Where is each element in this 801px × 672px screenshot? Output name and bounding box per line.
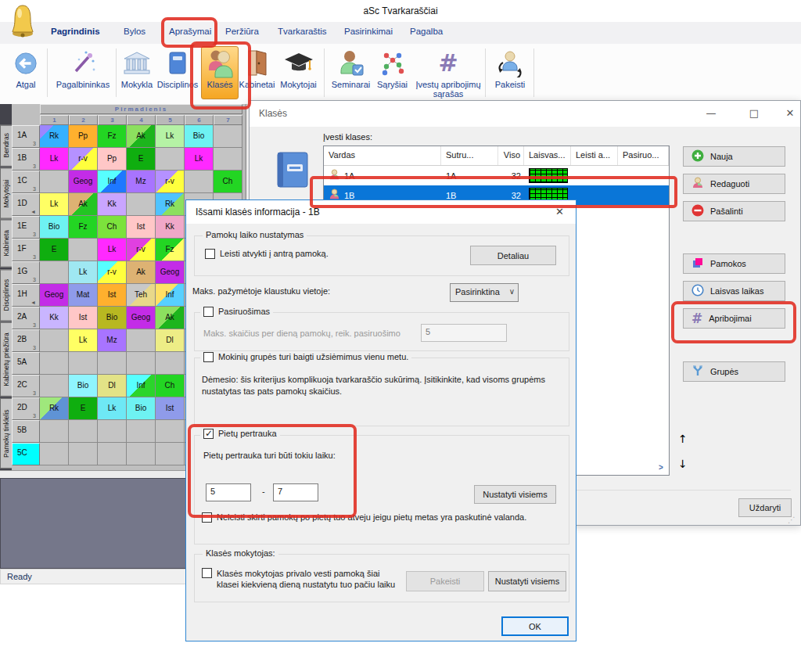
class-list-row-1a[interactable]: 1A1A32 <box>324 166 669 185</box>
toolbar-button-mokykla[interactable]: Mokykla <box>119 47 155 100</box>
empty-cell[interactable] <box>185 171 214 193</box>
lesson-cell[interactable]: Rk <box>40 397 69 420</box>
lesson-cell[interactable]: Inf <box>98 171 127 193</box>
toolbar-button-kabinetai[interactable]: Kabinetai <box>238 47 276 100</box>
class-row-header[interactable]: 5C <box>12 443 40 465</box>
toolbar-button-disciplinos[interactable]: Disciplinos <box>155 47 200 100</box>
lesson-cell[interactable]: Geog <box>156 261 185 284</box>
toolbar-button-s-ry-iai[interactable]: Sąryšiai <box>373 47 411 100</box>
lesson-cell[interactable]: Geog <box>40 284 69 307</box>
lesson-cell[interactable]: Dl <box>156 329 185 352</box>
lesson-cell[interactable]: E <box>40 239 69 261</box>
lesson-cell[interactable]: Geog <box>127 307 156 329</box>
empty-cell[interactable] <box>69 420 98 443</box>
class-row-header[interactable]: 2C3 <box>12 375 40 397</box>
allow-second-lesson-checkbox[interactable] <box>205 249 215 259</box>
resize-grip[interactable]: ⋰ <box>788 516 796 524</box>
sidebar-tab-kabineta[interactable]: Kabineta <box>0 220 12 268</box>
lesson-cell[interactable]: Ist <box>127 216 156 239</box>
lunch-break-checkbox[interactable] <box>203 429 214 439</box>
class-row-header[interactable]: 1F3 <box>12 239 40 261</box>
sidebar-tab-mokytojai[interactable]: Mokytojai <box>0 168 12 219</box>
toolbar-button-atgal[interactable]: Atgal <box>6 47 45 100</box>
empty-cell[interactable] <box>98 443 127 465</box>
lesson-cell[interactable]: Inf <box>127 375 156 397</box>
redaguoti-button[interactable]: Redaguoti <box>683 174 785 194</box>
toolbar-button-vest-apribojim-s-ra-as[interactable]: #Įvestų apribojimų sąrašas <box>411 47 485 100</box>
menu-item-pasirinkimai[interactable]: Pasirinkimai <box>344 27 393 36</box>
lesson-cell[interactable]: Rk <box>40 125 69 148</box>
menu-item-pagrindinis[interactable]: Pagrindinis <box>51 27 100 36</box>
lesson-cell[interactable]: r-v <box>156 171 185 193</box>
empty-cell[interactable] <box>69 239 98 261</box>
lesson-cell[interactable]: Ist <box>69 307 98 329</box>
empty-cell[interactable] <box>156 443 185 465</box>
lesson-cell[interactable]: Mz <box>98 329 127 352</box>
empty-cell[interactable] <box>214 148 242 171</box>
empty-cell[interactable] <box>156 352 185 375</box>
teacher-set-all-button[interactable]: Nustatyti visiems <box>488 571 566 591</box>
lesson-cell[interactable]: Bio <box>40 216 69 239</box>
lesson-cell[interactable]: Inf <box>156 284 185 307</box>
lesson-cell[interactable]: Rk <box>156 193 185 216</box>
pa-alinti-button[interactable]: Pašalinti <box>683 201 785 221</box>
class-row-header[interactable]: 1G3 <box>12 261 40 284</box>
lunch-set-all-button[interactable]: Nustatyti visiems <box>474 485 556 504</box>
preparation-checkbox[interactable] <box>203 307 214 317</box>
list-scroll-right-icon[interactable]: > <box>659 463 663 472</box>
apribojimai-button[interactable]: #Apribojimai <box>683 308 785 329</box>
lesson-cell[interactable]: Lk <box>185 148 214 171</box>
class-row-header[interactable]: 1E3 <box>12 216 40 239</box>
lesson-cell[interactable]: Lk <box>98 397 127 420</box>
lesson-cell[interactable]: Lk <box>98 239 127 261</box>
minimize-icon[interactable]: — <box>699 106 723 121</box>
column-header-leisti-a[interactable]: Leisti a... <box>571 146 618 165</box>
class-row-header[interactable]: 2A3 <box>12 307 40 329</box>
menu-item-tvarkara-tis[interactable]: Tvarkaraštis <box>278 27 327 36</box>
no-lessons-after-lunch-checkbox[interactable] <box>202 512 212 523</box>
max-question-dropdown[interactable]: Pasirinktina <box>450 283 519 302</box>
menu-item-per-i-ra[interactable]: Peržiūra <box>225 27 259 36</box>
lesson-cell[interactable]: Lk <box>69 261 98 284</box>
toolbar-button-seminarai[interactable]: Seminarai <box>329 47 373 100</box>
lesson-cell[interactable]: Geog <box>69 171 98 193</box>
lesson-cell[interactable]: r-v <box>69 148 98 171</box>
column-header-viso[interactable]: Viso <box>498 146 524 165</box>
column-header-pasiruo[interactable]: Pasiruo... <box>618 146 669 165</box>
empty-cell[interactable] <box>156 420 185 443</box>
class-row-header[interactable]: 1H◄ <box>12 284 40 307</box>
lesson-cell[interactable]: Lk <box>156 125 185 148</box>
empty-cell[interactable] <box>127 420 156 443</box>
lesson-cell[interactable]: Bio <box>127 397 156 420</box>
empty-cell[interactable] <box>127 352 156 375</box>
empty-cell[interactable] <box>156 148 185 171</box>
lesson-cell[interactable]: Pp <box>98 148 127 171</box>
lesson-cell[interactable]: Kk <box>40 307 69 329</box>
lesson-cell[interactable]: Ak <box>127 125 156 148</box>
menu-item-apra-ymai[interactable]: Aprašymai <box>169 27 211 36</box>
lesson-cell[interactable]: Ak <box>69 193 98 216</box>
class-row-header[interactable]: 5B <box>12 420 40 443</box>
close-icon[interactable]: ✕ <box>555 206 564 217</box>
lesson-cell[interactable]: E <box>127 148 156 171</box>
empty-cell[interactable] <box>69 352 98 375</box>
class-row-header[interactable]: 1A3 <box>12 125 40 148</box>
empty-cell[interactable] <box>214 125 242 148</box>
move-down-icon[interactable]: ↓ <box>678 458 688 470</box>
sidebar-tab-pamok-tinklelis[interactable]: Pamokų tinklelis <box>0 398 12 469</box>
lesson-cell[interactable]: Ch <box>98 216 127 239</box>
lesson-cell[interactable]: Kk <box>156 216 185 239</box>
menu-item-pagalba[interactable]: Pagalba <box>410 27 443 36</box>
lesson-cell[interactable]: Bio <box>185 125 214 148</box>
close-icon[interactable]: ✕ <box>778 106 801 121</box>
class-row-header[interactable]: 2D3 <box>12 397 40 420</box>
lesson-cell[interactable]: Lk <box>40 193 69 216</box>
detaliau-button[interactable]: Detaliau <box>470 246 556 265</box>
pamokos-button[interactable]: Pamokos <box>683 253 785 274</box>
lesson-cell[interactable]: Pp <box>69 125 98 148</box>
empty-cell[interactable] <box>69 443 98 465</box>
empty-cell[interactable] <box>40 420 69 443</box>
lesson-cell[interactable]: Mat <box>69 284 98 307</box>
lesson-cell[interactable]: Fz <box>156 239 185 261</box>
lesson-cell[interactable]: Ist <box>156 397 185 420</box>
